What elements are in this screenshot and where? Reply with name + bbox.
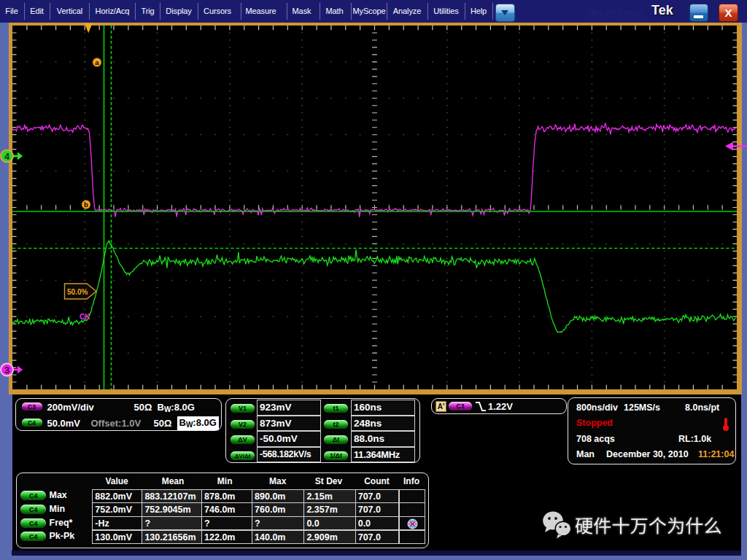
svg-text:50.0%: 50.0% — [67, 288, 88, 296]
svg-text:4: 4 — [4, 151, 10, 162]
svg-text:3: 3 — [4, 365, 9, 376]
svg-text:a: a — [95, 58, 99, 66]
svg-text:b: b — [84, 201, 88, 209]
svg-text:CK: CK — [80, 313, 90, 321]
